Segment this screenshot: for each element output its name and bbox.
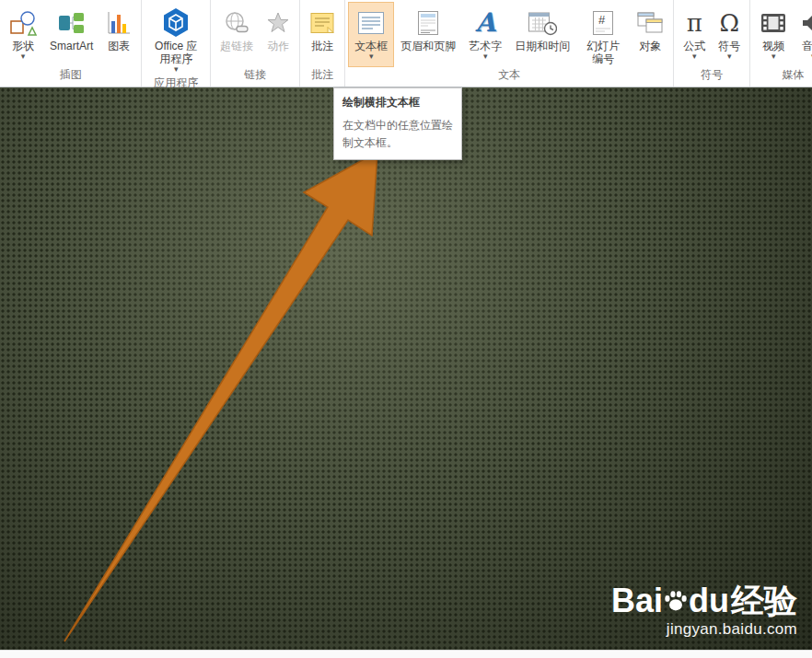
svg-text:#: # <box>598 13 606 27</box>
hyperlink-button[interactable]: 超链接 <box>214 2 260 67</box>
symbol-button[interactable]: Ω 符号 ▾ <box>712 2 747 67</box>
textbox-button[interactable]: 文本框 ▾ <box>348 2 394 67</box>
action-button[interactable]: 动作 <box>260 2 296 67</box>
slide-number-button[interactable]: # 幻灯片编号 <box>576 2 630 67</box>
ribbon-group-apps: Office 应用程序 ▾ 应用程序 <box>142 0 211 87</box>
ribbon: 形状 ▾ SmartArt <box>0 0 812 87</box>
watermark-url: jingyan.baidu.com <box>611 620 797 639</box>
smartart-icon <box>58 6 86 40</box>
video-film-icon <box>760 6 787 40</box>
group-label-illustrations: 插图 <box>3 67 138 87</box>
chart-button[interactable]: 图表 <box>99 2 138 67</box>
ribbon-group-symbols: π 公式 ▾ Ω 符号 ▾ 符号 <box>674 0 750 87</box>
button-label: 动作 <box>267 40 289 52</box>
button-label: 视频 <box>762 40 784 52</box>
object-icon <box>636 6 664 40</box>
audio-speaker-icon <box>800 6 812 40</box>
smartart-button[interactable]: SmartArt <box>43 2 99 67</box>
ribbon-group-comments: 批注 批注 <box>300 0 345 87</box>
button-label: 对象 <box>639 40 661 52</box>
chevron-down-icon: ▾ <box>174 65 179 74</box>
ribbon-group-links: 超链接 动作 链接 <box>211 0 300 87</box>
ribbon-group-media: 视频 ▾ 音频 ▾ 媒体 <box>750 0 812 87</box>
chevron-down-icon: ▾ <box>483 52 488 61</box>
slide-number-icon: # <box>592 6 614 40</box>
comment-note-icon <box>309 6 335 40</box>
comment-button[interactable]: 批注 <box>303 2 342 67</box>
logo-text-bai: Bai <box>611 584 663 618</box>
button-label: 图表 <box>108 40 130 52</box>
button-label: 公式 <box>683 40 705 52</box>
button-label: 页眉和页脚 <box>400 40 456 52</box>
header-footer-button[interactable]: 页眉和页脚 <box>394 2 462 67</box>
button-label: SmartArt <box>50 40 93 52</box>
equation-button[interactable]: π 公式 ▾ <box>677 2 712 67</box>
baidu-watermark: Bai du 经验 jingyan.baidu.com <box>611 584 797 639</box>
group-label-text: 文本 <box>348 67 670 87</box>
textbox-icon <box>357 6 385 40</box>
annotation-arrow <box>0 87 812 650</box>
hyperlink-icon <box>223 6 250 40</box>
button-label: 日期和时间 <box>515 40 570 52</box>
button-label: 文本框 <box>354 40 388 52</box>
button-label: 艺术字 <box>469 40 502 52</box>
group-label-media: 媒体 <box>753 67 812 87</box>
date-time-button[interactable]: 日期和时间 <box>508 2 576 67</box>
header-footer-icon <box>417 6 439 40</box>
chevron-down-icon: ▾ <box>21 52 26 61</box>
tooltip-title: 绘制横排文本框 <box>342 95 453 110</box>
action-star-icon <box>266 6 290 40</box>
office-apps-icon <box>160 6 191 40</box>
symbol-omega-icon: Ω <box>720 6 740 40</box>
ribbon-group-text: 文本框 ▾ 页眉和页脚 A 艺术字 ▾ <box>345 0 674 87</box>
button-label: 幻灯片编号 <box>583 40 623 65</box>
logo-text-du: du <box>689 584 729 618</box>
equation-pi-icon: π <box>687 6 702 40</box>
button-label: Office 应用程序 <box>151 40 201 65</box>
slide-canvas[interactable]: 绘制横排文本框 在文档中的任意位置绘制文本框。 Bai du 经验 jingya… <box>0 87 812 650</box>
button-label: 批注 <box>311 40 333 52</box>
button-label: 形状 <box>12 40 34 52</box>
ribbon-group-illustrations: 形状 ▾ SmartArt <box>0 0 142 87</box>
chevron-down-icon: ▾ <box>692 52 697 61</box>
date-time-icon <box>528 6 557 40</box>
tooltip-textbox: 绘制横排文本框 在文档中的任意位置绘制文本框。 <box>333 87 462 160</box>
tooltip-body: 在文档中的任意位置绘制文本框。 <box>342 117 453 151</box>
chart-icon <box>106 6 132 40</box>
chevron-down-icon: ▾ <box>369 52 374 61</box>
button-label: 符号 <box>718 40 740 52</box>
logo-text-jingyan: 经验 <box>731 584 797 618</box>
shapes-button[interactable]: 形状 ▾ <box>3 2 43 67</box>
bottom-strip <box>0 650 812 658</box>
chevron-down-icon: ▾ <box>727 52 732 61</box>
office-apps-button[interactable]: Office 应用程序 ▾ <box>145 2 207 75</box>
shapes-icon <box>9 6 37 40</box>
group-label-comments: 批注 <box>303 67 342 87</box>
audio-button[interactable]: 音频 ▾ <box>794 2 812 67</box>
chevron-down-icon: ▾ <box>771 52 776 61</box>
group-label-symbols: 符号 <box>677 67 747 87</box>
button-label: 超链接 <box>220 40 253 52</box>
paw-print-icon <box>664 590 688 612</box>
button-label: 音频 <box>802 40 812 52</box>
group-label-links: 链接 <box>214 67 296 87</box>
baidu-logo: Bai du 经验 <box>611 584 797 618</box>
wordart-icon: A <box>475 6 495 40</box>
object-button[interactable]: 对象 <box>630 2 670 67</box>
wordart-button[interactable]: A 艺术字 ▾ <box>462 2 508 67</box>
video-button[interactable]: 视频 ▾ <box>753 2 794 67</box>
